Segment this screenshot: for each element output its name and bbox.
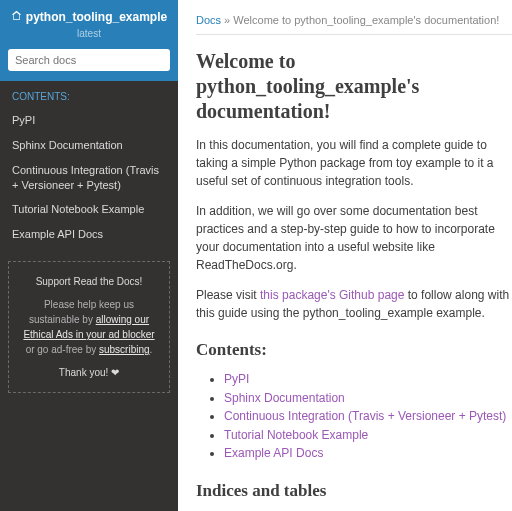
indices-heading: Indices and tables: [196, 481, 512, 501]
ad-body: Please help keep us sustainable by allow…: [19, 297, 159, 357]
sidebar-nav: PyPI Sphinx Documentation Continuous Int…: [0, 108, 178, 247]
list-item: Continuous Integration (Travis + Version…: [224, 407, 512, 426]
ad-subscribe-link[interactable]: subscribing: [99, 344, 150, 355]
list-item: PyPI: [224, 370, 512, 389]
main-content: Docs » Welcome to python_tooling_example…: [178, 0, 512, 511]
intro-p2: In addition, we will go over some docume…: [196, 202, 512, 274]
breadcrumb-current: Welcome to python_tooling_example's docu…: [233, 14, 499, 26]
search-input[interactable]: [8, 49, 170, 71]
ad-thanks: Thank you! ❤: [19, 365, 159, 380]
page-title: Welcome to python_tooling_example's docu…: [196, 49, 512, 124]
project-title-link[interactable]: python_tooling_example: [11, 10, 167, 24]
github-link[interactable]: this package's Github page: [260, 288, 404, 302]
support-ad: Support Read the Docs! Please help keep …: [8, 261, 170, 393]
sidebar-caption: CONTENTS:: [0, 81, 178, 108]
version-label: latest: [8, 28, 170, 39]
sidebar: python_tooling_example latest CONTENTS: …: [0, 0, 178, 511]
list-item: Example API Docs: [224, 444, 512, 463]
list-item: Tutorial Notebook Example: [224, 426, 512, 445]
ad-text-tail: .: [150, 344, 153, 355]
toc-tutorial[interactable]: Tutorial Notebook Example: [224, 428, 368, 442]
toc-pypi[interactable]: PyPI: [224, 372, 249, 386]
sidebar-header: python_tooling_example latest: [0, 0, 178, 49]
ad-text-mid: or go ad-free by: [26, 344, 99, 355]
home-icon: [11, 10, 22, 24]
contents-list: PyPI Sphinx Documentation Continuous Int…: [196, 370, 512, 463]
toc-sphinx[interactable]: Sphinx Documentation: [224, 391, 345, 405]
sidebar-item-api[interactable]: Example API Docs: [0, 222, 178, 247]
sidebar-item-sphinx[interactable]: Sphinx Documentation: [0, 133, 178, 158]
project-title: python_tooling_example: [26, 10, 167, 24]
breadcrumb-root[interactable]: Docs: [196, 14, 221, 26]
breadcrumb: Docs » Welcome to python_tooling_example…: [196, 14, 512, 35]
sidebar-item-ci[interactable]: Continuous Integration (Travis + Version…: [0, 158, 178, 198]
toc-api[interactable]: Example API Docs: [224, 446, 323, 460]
toc-ci[interactable]: Continuous Integration (Travis + Version…: [224, 409, 506, 423]
ad-title: Support Read the Docs!: [19, 274, 159, 289]
list-item: Sphinx Documentation: [224, 389, 512, 408]
intro-p3: Please visit this package's Github page …: [196, 286, 512, 322]
sidebar-item-tutorial[interactable]: Tutorial Notebook Example: [0, 197, 178, 222]
sidebar-item-pypi[interactable]: PyPI: [0, 108, 178, 133]
contents-heading: Contents:: [196, 340, 512, 360]
intro-p1: In this documentation, you will find a c…: [196, 136, 512, 190]
breadcrumb-sep: »: [221, 14, 233, 26]
search-container: [0, 49, 178, 81]
p3-lead: Please visit: [196, 288, 260, 302]
